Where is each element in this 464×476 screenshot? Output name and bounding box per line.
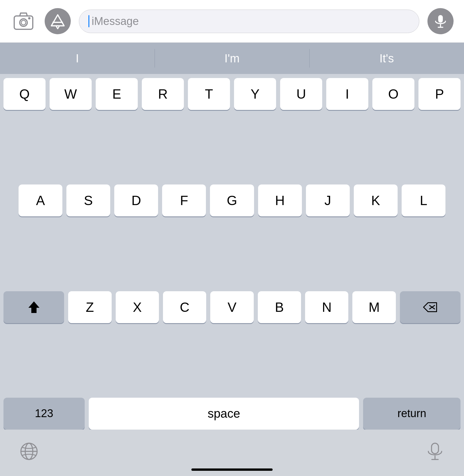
number-key[interactable]: 123	[3, 398, 85, 430]
key-v[interactable]: V	[210, 291, 253, 323]
key-w[interactable]: W	[50, 78, 92, 110]
svg-point-2	[21, 20, 26, 25]
microphone-icon-top	[433, 14, 448, 28]
keyboard-row-1: Q W E R T Y U I O P	[3, 78, 461, 180]
autocomplete-item-i[interactable]: I	[0, 43, 155, 74]
mic-button-bottom[interactable]	[423, 440, 447, 463]
key-m[interactable]: M	[352, 291, 396, 323]
backspace-icon	[423, 301, 438, 313]
key-s[interactable]: S	[66, 184, 110, 216]
key-r[interactable]: R	[142, 78, 184, 110]
key-b[interactable]: B	[258, 291, 301, 323]
key-n[interactable]: N	[305, 291, 348, 323]
key-q[interactable]: Q	[3, 78, 46, 110]
keyboard: Q W E R T Y U I O P A S D F G H J K L Z …	[0, 74, 464, 430]
key-y[interactable]: Y	[234, 78, 276, 110]
key-f[interactable]: F	[162, 184, 206, 216]
mic-button-top[interactable]	[427, 8, 454, 34]
key-h[interactable]: H	[258, 184, 302, 216]
autocomplete-item-its[interactable]: It's	[309, 43, 464, 74]
key-e[interactable]: E	[96, 78, 138, 110]
message-placeholder: iMessage	[92, 15, 410, 28]
keyboard-row-4: 123 space return	[3, 398, 461, 430]
key-p[interactable]: P	[418, 78, 461, 110]
return-key[interactable]: return	[363, 398, 461, 430]
svg-rect-12	[432, 443, 438, 454]
top-bar: iMessage	[0, 0, 464, 43]
key-c[interactable]: C	[163, 291, 206, 323]
key-u[interactable]: U	[280, 78, 322, 110]
globe-button[interactable]	[17, 440, 41, 463]
backspace-key[interactable]	[400, 291, 461, 323]
globe-icon	[19, 441, 39, 461]
key-l[interactable]: L	[402, 184, 445, 216]
home-indicator	[191, 468, 273, 471]
key-k[interactable]: K	[354, 184, 398, 216]
key-z[interactable]: Z	[68, 291, 111, 323]
key-x[interactable]: X	[116, 291, 159, 323]
keyboard-row-3: Z X C V B N M	[3, 291, 461, 394]
key-o[interactable]: O	[372, 78, 414, 110]
keyboard-row-2: A S D F G H J K L	[3, 184, 461, 287]
shift-key[interactable]	[3, 291, 64, 323]
key-g[interactable]: G	[210, 184, 254, 216]
key-t[interactable]: T	[188, 78, 230, 110]
camera-icon	[13, 11, 34, 32]
key-i[interactable]: I	[326, 78, 368, 110]
space-key[interactable]: space	[89, 398, 359, 430]
text-cursor	[88, 15, 89, 27]
app-store-icon	[50, 13, 66, 29]
system-bar	[0, 430, 464, 476]
key-a[interactable]: A	[19, 184, 62, 216]
message-input[interactable]: iMessage	[79, 10, 419, 33]
autocomplete-item-im[interactable]: I'm	[155, 43, 309, 74]
camera-button[interactable]	[10, 8, 37, 34]
svg-point-3	[28, 17, 30, 19]
shift-icon	[28, 300, 40, 314]
autocomplete-bar: I I'm It's	[0, 43, 464, 74]
key-d[interactable]: D	[114, 184, 158, 216]
app-store-button[interactable]	[45, 8, 71, 34]
key-j[interactable]: J	[306, 184, 350, 216]
svg-rect-4	[438, 15, 443, 23]
microphone-icon-bottom	[425, 441, 445, 461]
